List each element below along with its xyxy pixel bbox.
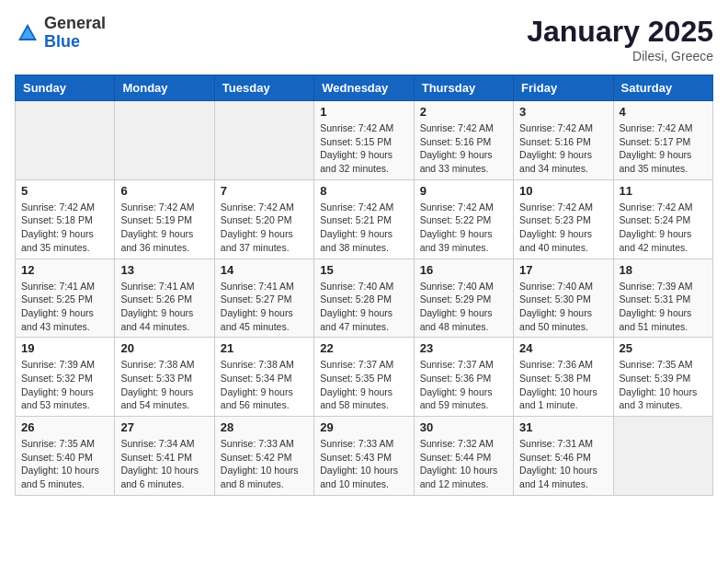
day-info: Sunrise: 7:42 AM Sunset: 5:16 PM Dayligh… xyxy=(519,121,607,176)
day-number: 5 xyxy=(21,184,108,198)
day-number: 26 xyxy=(21,420,108,434)
day-info: Sunrise: 7:39 AM Sunset: 5:32 PM Dayligh… xyxy=(21,358,108,412)
day-number: 2 xyxy=(420,105,507,119)
day-number: 18 xyxy=(620,263,707,277)
day-info: Sunrise: 7:33 AM Sunset: 5:43 PM Dayligh… xyxy=(320,437,407,491)
calendar-cell: 31Sunrise: 7:31 AM Sunset: 5:46 PM Dayli… xyxy=(514,417,613,496)
calendar-cell: 19Sunrise: 7:39 AM Sunset: 5:32 PM Dayli… xyxy=(16,338,115,417)
day-number: 25 xyxy=(620,341,707,355)
day-number: 7 xyxy=(221,184,308,198)
calendar-cell xyxy=(115,101,214,180)
calendar-cell: 11Sunrise: 7:42 AM Sunset: 5:24 PM Dayli… xyxy=(613,179,712,259)
day-info: Sunrise: 7:42 AM Sunset: 5:23 PM Dayligh… xyxy=(519,201,607,255)
day-number: 1 xyxy=(320,105,407,119)
day-info: Sunrise: 7:42 AM Sunset: 5:18 PM Dayligh… xyxy=(21,201,108,255)
day-info: Sunrise: 7:41 AM Sunset: 5:27 PM Dayligh… xyxy=(221,280,308,334)
calendar-week-row: 5Sunrise: 7:42 AM Sunset: 5:18 PM Daylig… xyxy=(16,179,713,259)
calendar-cell: 28Sunrise: 7:33 AM Sunset: 5:42 PM Dayli… xyxy=(214,417,313,496)
calendar-cell: 25Sunrise: 7:35 AM Sunset: 5:39 PM Dayli… xyxy=(613,338,712,417)
day-info: Sunrise: 7:42 AM Sunset: 5:24 PM Dayligh… xyxy=(620,201,707,255)
calendar-cell: 20Sunrise: 7:38 AM Sunset: 5:33 PM Dayli… xyxy=(115,338,214,417)
calendar-cell: 14Sunrise: 7:41 AM Sunset: 5:27 PM Dayli… xyxy=(214,259,313,338)
calendar-cell: 3Sunrise: 7:42 AM Sunset: 5:16 PM Daylig… xyxy=(514,101,613,180)
logo: General Blue xyxy=(15,15,106,52)
calendar-cell: 4Sunrise: 7:42 AM Sunset: 5:17 PM Daylig… xyxy=(613,101,712,180)
day-number: 21 xyxy=(221,341,308,355)
day-number: 19 xyxy=(21,341,108,355)
month-title: January 2025 xyxy=(527,15,713,49)
calendar-table: SundayMondayTuesdayWednesdayThursdayFrid… xyxy=(15,75,713,496)
day-number: 30 xyxy=(420,420,507,434)
day-number: 29 xyxy=(320,420,407,434)
day-number: 4 xyxy=(620,105,707,119)
calendar-cell: 1Sunrise: 7:42 AM Sunset: 5:15 PM Daylig… xyxy=(314,101,414,180)
calendar-cell: 23Sunrise: 7:37 AM Sunset: 5:36 PM Dayli… xyxy=(414,338,513,417)
day-info: Sunrise: 7:41 AM Sunset: 5:26 PM Dayligh… xyxy=(120,280,208,334)
day-number: 16 xyxy=(420,263,507,277)
calendar-cell: 10Sunrise: 7:42 AM Sunset: 5:23 PM Dayli… xyxy=(514,179,613,259)
weekday-header-wednesday: Wednesday xyxy=(314,75,414,101)
calendar-cell: 29Sunrise: 7:33 AM Sunset: 5:43 PM Dayli… xyxy=(314,417,414,496)
calendar-cell: 18Sunrise: 7:39 AM Sunset: 5:31 PM Dayli… xyxy=(613,259,712,338)
day-info: Sunrise: 7:41 AM Sunset: 5:25 PM Dayligh… xyxy=(21,280,108,334)
day-info: Sunrise: 7:42 AM Sunset: 5:16 PM Dayligh… xyxy=(420,121,507,176)
calendar-cell: 5Sunrise: 7:42 AM Sunset: 5:18 PM Daylig… xyxy=(16,179,115,259)
day-info: Sunrise: 7:42 AM Sunset: 5:17 PM Dayligh… xyxy=(620,121,707,176)
day-info: Sunrise: 7:40 AM Sunset: 5:29 PM Dayligh… xyxy=(420,280,507,334)
calendar-week-row: 19Sunrise: 7:39 AM Sunset: 5:32 PM Dayli… xyxy=(16,338,713,417)
calendar-cell: 26Sunrise: 7:35 AM Sunset: 5:40 PM Dayli… xyxy=(16,417,115,496)
day-number: 10 xyxy=(519,184,607,198)
calendar-cell: 21Sunrise: 7:38 AM Sunset: 5:34 PM Dayli… xyxy=(214,338,313,417)
calendar-cell: 17Sunrise: 7:40 AM Sunset: 5:30 PM Dayli… xyxy=(514,259,613,338)
day-info: Sunrise: 7:32 AM Sunset: 5:44 PM Dayligh… xyxy=(420,437,507,491)
day-number: 17 xyxy=(519,263,607,277)
day-info: Sunrise: 7:40 AM Sunset: 5:30 PM Dayligh… xyxy=(519,280,607,334)
calendar-cell: 2Sunrise: 7:42 AM Sunset: 5:16 PM Daylig… xyxy=(414,101,513,180)
day-number: 22 xyxy=(320,341,407,355)
day-number: 11 xyxy=(620,184,707,198)
calendar-cell: 24Sunrise: 7:36 AM Sunset: 5:38 PM Dayli… xyxy=(514,338,613,417)
day-info: Sunrise: 7:42 AM Sunset: 5:20 PM Dayligh… xyxy=(221,201,308,255)
day-info: Sunrise: 7:38 AM Sunset: 5:34 PM Dayligh… xyxy=(221,358,308,412)
logo-general-text: General xyxy=(44,15,106,33)
day-number: 3 xyxy=(519,105,607,119)
day-number: 23 xyxy=(420,341,507,355)
calendar-cell: 7Sunrise: 7:42 AM Sunset: 5:20 PM Daylig… xyxy=(214,179,313,259)
day-number: 12 xyxy=(21,263,108,277)
day-number: 9 xyxy=(420,184,507,198)
day-info: Sunrise: 7:33 AM Sunset: 5:42 PM Dayligh… xyxy=(221,437,308,491)
day-number: 14 xyxy=(221,263,308,277)
day-number: 20 xyxy=(120,341,208,355)
day-info: Sunrise: 7:37 AM Sunset: 5:35 PM Dayligh… xyxy=(320,358,407,412)
calendar-cell: 16Sunrise: 7:40 AM Sunset: 5:29 PM Dayli… xyxy=(414,259,513,338)
calendar-cell: 12Sunrise: 7:41 AM Sunset: 5:25 PM Dayli… xyxy=(16,259,115,338)
day-info: Sunrise: 7:42 AM Sunset: 5:21 PM Dayligh… xyxy=(320,201,407,255)
day-info: Sunrise: 7:38 AM Sunset: 5:33 PM Dayligh… xyxy=(120,358,208,412)
day-number: 31 xyxy=(519,420,607,434)
day-info: Sunrise: 7:42 AM Sunset: 5:22 PM Dayligh… xyxy=(420,201,507,255)
day-number: 28 xyxy=(221,420,308,434)
calendar-cell: 8Sunrise: 7:42 AM Sunset: 5:21 PM Daylig… xyxy=(314,179,414,259)
calendar-cell xyxy=(613,417,712,496)
calendar-cell xyxy=(214,101,313,180)
calendar-cell: 22Sunrise: 7:37 AM Sunset: 5:35 PM Dayli… xyxy=(314,338,414,417)
logo-text: General Blue xyxy=(44,15,106,52)
day-info: Sunrise: 7:31 AM Sunset: 5:46 PM Dayligh… xyxy=(519,437,607,491)
calendar-week-row: 26Sunrise: 7:35 AM Sunset: 5:40 PM Dayli… xyxy=(16,417,713,496)
logo-blue-text: Blue xyxy=(44,33,106,52)
day-info: Sunrise: 7:34 AM Sunset: 5:41 PM Dayligh… xyxy=(120,437,208,491)
page-header: General Blue January 2025 Dilesi, Greece xyxy=(15,15,713,63)
calendar-cell xyxy=(16,101,115,180)
calendar-week-row: 12Sunrise: 7:41 AM Sunset: 5:25 PM Dayli… xyxy=(16,259,713,338)
day-info: Sunrise: 7:37 AM Sunset: 5:36 PM Dayligh… xyxy=(420,358,507,412)
calendar-cell: 15Sunrise: 7:40 AM Sunset: 5:28 PM Dayli… xyxy=(314,259,414,338)
weekday-header-sunday: Sunday xyxy=(16,75,115,101)
day-info: Sunrise: 7:40 AM Sunset: 5:28 PM Dayligh… xyxy=(320,280,407,334)
day-number: 8 xyxy=(320,184,407,198)
weekday-header-monday: Monday xyxy=(115,75,214,101)
calendar-cell: 13Sunrise: 7:41 AM Sunset: 5:26 PM Dayli… xyxy=(115,259,214,338)
day-number: 24 xyxy=(519,341,607,355)
weekday-header-tuesday: Tuesday xyxy=(214,75,313,101)
location: Dilesi, Greece xyxy=(527,49,713,63)
calendar-cell: 6Sunrise: 7:42 AM Sunset: 5:19 PM Daylig… xyxy=(115,179,214,259)
